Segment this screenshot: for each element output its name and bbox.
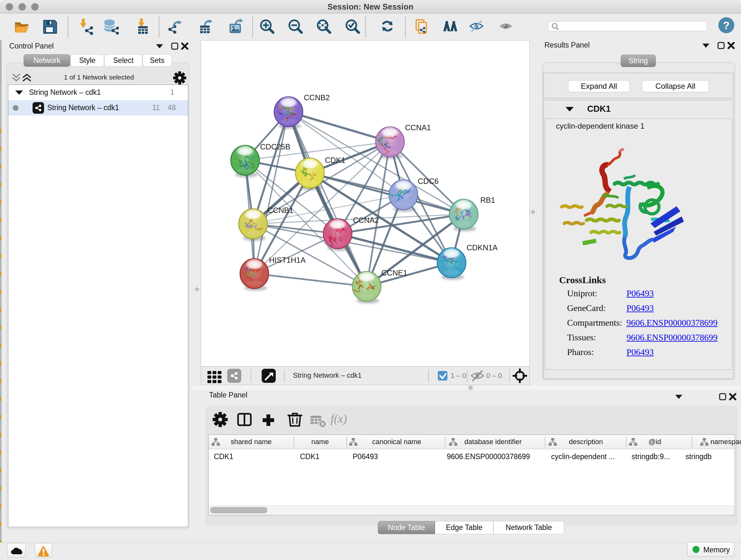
svg-text:CDC25B: CDC25B (260, 142, 290, 151)
svg-text:?: ? (723, 19, 730, 31)
svg-text:RB1: RB1 (480, 196, 495, 204)
svg-text:CCNE1: CCNE1 (381, 268, 407, 277)
svg-text:CCNA1: CCNA1 (405, 123, 431, 132)
svg-text:CDK1: CDK1 (325, 156, 345, 165)
svg-text:CCNB2: CCNB2 (304, 93, 330, 102)
svg-text:CCNB1: CCNB1 (267, 206, 293, 214)
svg-text:CCNA2: CCNA2 (353, 216, 379, 225)
svg-text:HIST1H1A: HIST1H1A (269, 256, 306, 264)
svg-text:CDC6: CDC6 (418, 177, 439, 186)
svg-text:CDKN1A: CDKN1A (467, 243, 497, 252)
